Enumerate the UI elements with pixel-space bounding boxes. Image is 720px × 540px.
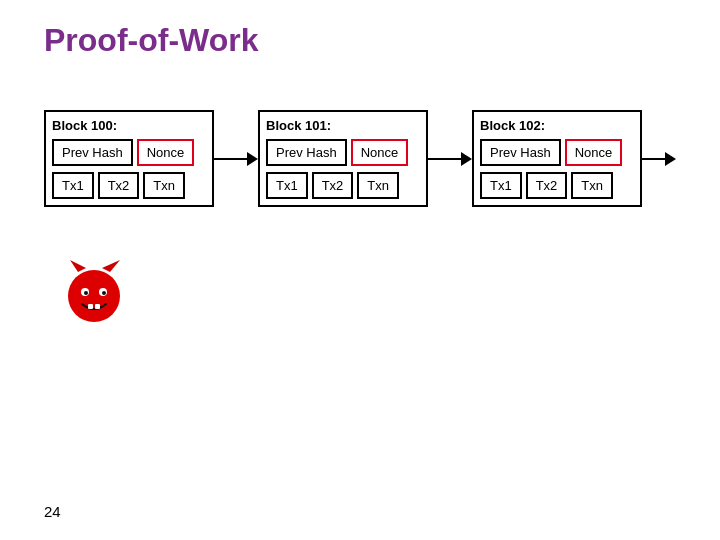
block-100-label: Block 100: [52,118,206,133]
page-title: Proof-of-Work [44,22,258,59]
svg-marker-0 [70,260,86,272]
devil-icon [60,260,128,328]
block-102-nonce: Nonce [565,139,623,166]
block-101-prev-hash: Prev Hash [266,139,347,166]
block-102-tx1: Tx1 [480,172,522,199]
block-101-tx2: Tx2 [312,172,354,199]
svg-marker-1 [102,260,120,272]
svg-point-6 [102,291,106,295]
block-100-tx2: Tx2 [98,172,140,199]
block-101: Block 101: Prev Hash Nonce Tx1 Tx2 Txn [258,110,428,207]
block-102-tx2: Tx2 [526,172,568,199]
svg-point-5 [84,291,88,295]
svg-rect-7 [88,304,93,309]
block-102: Block 102: Prev Hash Nonce Tx1 Tx2 Txn [472,110,642,207]
block-101-txn: Txn [357,172,399,199]
block-102-txn: Txn [571,172,613,199]
block-100-prev-hash: Prev Hash [52,139,133,166]
block-102-label: Block 102: [480,118,634,133]
page-number: 24 [44,503,61,520]
block-101-nonce: Nonce [351,139,409,166]
block-101-label: Block 101: [266,118,420,133]
block-100-nonce: Nonce [137,139,195,166]
block-101-tx1: Tx1 [266,172,308,199]
block-100-tx1: Tx1 [52,172,94,199]
block-100: Block 100: Prev Hash Nonce Tx1 Tx2 Txn [44,110,214,207]
svg-rect-8 [95,304,100,309]
block-102-prev-hash: Prev Hash [480,139,561,166]
svg-point-2 [68,270,120,322]
block-100-txn: Txn [143,172,185,199]
